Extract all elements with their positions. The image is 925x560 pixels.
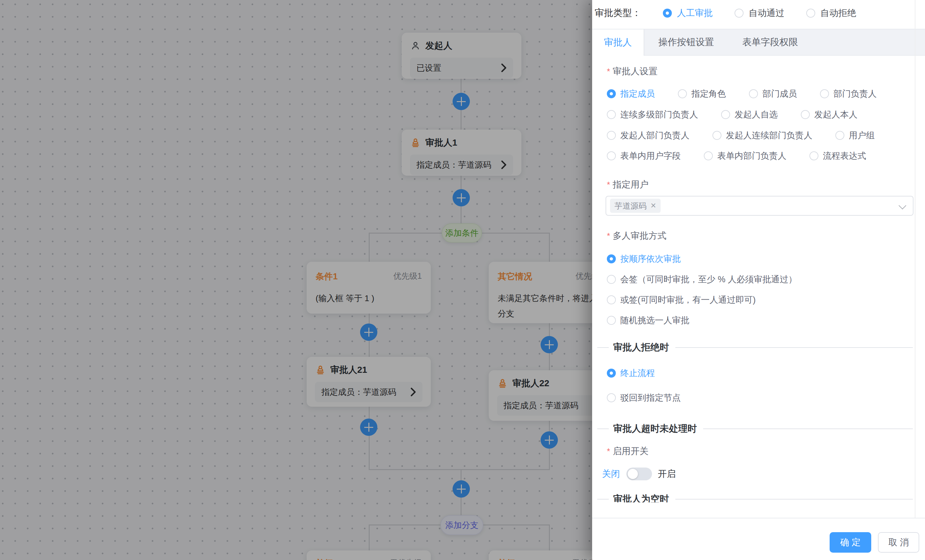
radio-auto-pass[interactable]: 自动通过 (735, 7, 785, 19)
radio-icon (607, 275, 616, 284)
cancel-button[interactable]: 取 消 (878, 532, 919, 552)
radio-icon (820, 89, 829, 98)
approver-setting-row-4: 表单内用户字段 表单内部门负责人 流程表达式 (607, 150, 866, 162)
radio-form-dept-leader[interactable]: 表单内部门负责人 (704, 150, 786, 162)
approver-setting-row-3: 发起人部门负责人 发起人连续部门负责人 用户组 (607, 129, 875, 141)
radio-icon (704, 151, 713, 160)
radio-starter-multi-dept-leader[interactable]: 发起人连续部门负责人 (713, 129, 812, 141)
scroll-track[interactable] (915, 0, 915, 518)
user-tag: 芋道源码 ✕ (610, 199, 661, 213)
approver-setting-row-2: 连续多级部门负责人 发起人自选 发起人本人 (607, 109, 857, 120)
radio-icon (607, 393, 616, 402)
reject-section-title: 审批人拒绝时 (613, 341, 669, 354)
reject-options: 终止流程 驳回到指定节点 (607, 367, 681, 403)
tab-button-settings[interactable]: 操作按钮设置 (644, 29, 728, 55)
radio-icon (607, 110, 616, 119)
radio-icon (607, 295, 616, 304)
radio-terminate-process[interactable]: 终止流程 (607, 367, 681, 379)
approver-setting-row-1: 指定成员 指定角色 部门成员 部门负责人 (607, 88, 877, 99)
multi-mode-label: 多人审批方式 (607, 230, 666, 242)
radio-icon (713, 131, 722, 140)
radio-designated-member[interactable]: 指定成员 (607, 88, 655, 99)
radio-manual-approval[interactable]: 人工审批 (663, 7, 713, 19)
radio-icon (749, 89, 758, 98)
enable-switch-label: 启用开关 (607, 446, 648, 457)
approver-setting-label: 审批人设置 (607, 66, 657, 77)
radio-icon (801, 110, 810, 119)
radio-dept-member[interactable]: 部门成员 (749, 88, 797, 99)
timeout-section-divider: 审批人超时未处理时 (597, 423, 913, 435)
radio-icon (806, 9, 815, 18)
enable-switch[interactable] (627, 468, 652, 480)
tab-form-permissions[interactable]: 表单字段权限 (728, 29, 812, 55)
approval-type-row: 审批类型： 人工审批 自动通过 自动拒绝 (595, 5, 856, 22)
radio-starter-self-select[interactable]: 发起人自选 (721, 109, 778, 120)
radio-process-expression[interactable]: 流程表达式 (809, 150, 866, 162)
clipped-section: 审批人为空时 (597, 494, 913, 503)
radio-auto-reject[interactable]: 自动拒绝 (806, 7, 856, 19)
radio-starter-self[interactable]: 发起人本人 (801, 109, 857, 120)
timeout-section-title: 审批人超时未处理时 (613, 422, 697, 435)
radio-icon (735, 9, 744, 18)
reject-section-divider: 审批人拒绝时 (597, 342, 913, 353)
user-select[interactable]: 芋道源码 ✕ (606, 196, 913, 216)
radio-sequential-approval[interactable]: 按顺序依次审批 (607, 253, 797, 265)
chevron-down-icon (898, 202, 906, 209)
radio-form-user-field[interactable]: 表单内用户字段 (607, 150, 681, 162)
approval-type-label: 审批类型： (595, 7, 641, 20)
switch-on-label: 开启 (658, 468, 676, 480)
radio-starter-dept-leader[interactable]: 发起人部门负责人 (607, 129, 689, 141)
radio-random-one[interactable]: 随机挑选一人审批 (607, 315, 797, 326)
confirm-button[interactable]: 确 定 (830, 532, 871, 552)
radio-designated-role[interactable]: 指定角色 (678, 88, 726, 99)
radio-orsign[interactable]: 或签(可同时审批，有一人通过即可) (607, 294, 797, 306)
radio-user-group[interactable]: 用户组 (835, 129, 875, 141)
tag-close-icon[interactable]: ✕ (650, 202, 656, 210)
radio-icon (663, 9, 672, 18)
radio-multi-level-dept-leader[interactable]: 连续多级部门负责人 (607, 109, 698, 120)
settings-tabs: 审批人 操作按钮设置 表单字段权限 (592, 29, 925, 56)
radio-icon (607, 254, 616, 263)
radio-icon (607, 369, 616, 378)
radio-dept-leader[interactable]: 部门负责人 (820, 88, 877, 99)
approval-settings-drawer: 审批类型： 人工审批 自动通过 自动拒绝 审批人 操作按钮设置 表单字段权限 审… (592, 0, 925, 560)
radio-icon (607, 316, 616, 325)
radio-icon (721, 110, 730, 119)
radio-icon (607, 151, 616, 160)
radio-icon (835, 131, 844, 140)
multi-mode-options: 按顺序依次审批 会签（可同时审批，至少 % 人必须审批通过） 或签(可同时审批，… (607, 253, 797, 326)
radio-icon (809, 151, 818, 160)
tab-approver[interactable]: 审批人 (592, 29, 644, 56)
radio-icon (607, 89, 616, 98)
radio-countersign[interactable]: 会签（可同时审批，至少 % 人必须审批通过） (607, 274, 797, 285)
footer-divider (592, 518, 925, 518)
radio-return-to-node[interactable]: 驳回到指定节点 (607, 392, 681, 403)
radio-icon (678, 89, 687, 98)
empty-section-divider: 审批人为空时 (597, 494, 913, 503)
switch-off-label: 关闭 (602, 468, 620, 480)
enable-switch-row: 关闭 开启 (602, 465, 676, 482)
radio-icon (607, 131, 616, 140)
empty-section-title: 审批人为空时 (613, 494, 669, 503)
assign-user-label: 指定用户 (607, 179, 648, 190)
